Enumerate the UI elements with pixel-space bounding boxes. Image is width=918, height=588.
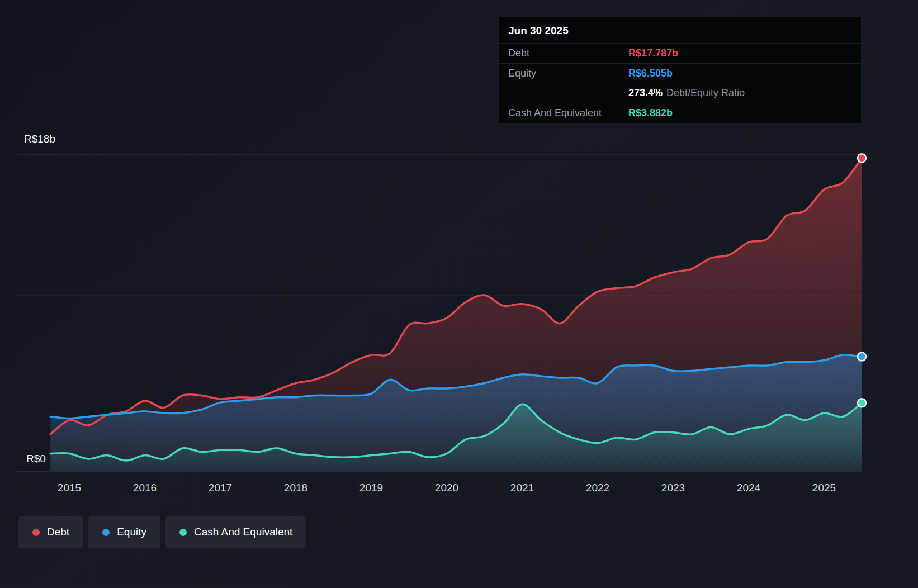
tooltip-ratio-row: 273.4%Debt/Equity Ratio (499, 83, 861, 103)
x-axis-label-2023: 2023 (661, 482, 685, 494)
tooltip-cash-label: Cash And Equivalent (508, 107, 628, 119)
debt-equity-ratio-value: 273.4% (628, 87, 663, 98)
tooltip-debt-value: R$17.787b (628, 48, 851, 59)
tooltip-equity-label: Equity (508, 68, 628, 79)
x-axis-label-2024: 2024 (737, 482, 761, 494)
legend-debt-label: Debt (47, 526, 69, 538)
tooltip-debt-row: Debt R$17.787b (499, 43, 861, 63)
chart-tooltip: Jun 30 2025 Debt R$17.787b Equity R$6.50… (498, 17, 862, 124)
x-axis-label-2018: 2018 (284, 482, 307, 494)
x-axis-label-2019: 2019 (359, 482, 383, 494)
legend-item-equity[interactable]: Equity (88, 516, 160, 548)
tooltip-cash-value: R$3.882b (628, 107, 851, 119)
chart-legend: Debt Equity Cash And Equivalent (18, 516, 306, 548)
legend-item-debt[interactable]: Debt (18, 516, 83, 548)
tooltip-equity-value: R$6.505b (628, 68, 851, 79)
x-axis-label-2025: 2025 (812, 482, 836, 494)
cash-end-marker (858, 399, 866, 407)
tooltip-cash-row: Cash And Equivalent R$3.882b (499, 103, 861, 123)
chart-page: 2015201620172018201920202021202220232024… (0, 0, 918, 588)
tooltip-date: Jun 30 2025 (499, 17, 861, 43)
debt-end-marker (858, 154, 866, 162)
legend-equity-label: Equity (117, 526, 146, 538)
debt-legend-dot-icon (32, 529, 40, 536)
legend-cash-label: Cash And Equivalent (194, 526, 292, 538)
debt-equity-ratio-label: Debt/Equity Ratio (666, 87, 745, 98)
x-axis-label-2022: 2022 (586, 482, 609, 494)
y-axis-zero-label: R$0 (26, 453, 46, 465)
tooltip-equity-row: Equity R$6.505b (499, 63, 861, 83)
x-axis-label-2017: 2017 (209, 482, 232, 494)
y-axis-top-label: R$18b (24, 133, 55, 145)
x-axis-label-2016: 2016 (133, 482, 157, 494)
tooltip-debt-label: Debt (508, 48, 628, 59)
x-axis-label-2020: 2020 (435, 482, 458, 494)
equity-end-marker (858, 353, 866, 361)
cash-legend-dot-icon (179, 529, 187, 536)
legend-item-cash[interactable]: Cash And Equivalent (165, 516, 306, 548)
x-axis-label-2021: 2021 (510, 482, 534, 494)
equity-legend-dot-icon (102, 529, 110, 536)
x-axis-label-2015: 2015 (58, 482, 81, 494)
